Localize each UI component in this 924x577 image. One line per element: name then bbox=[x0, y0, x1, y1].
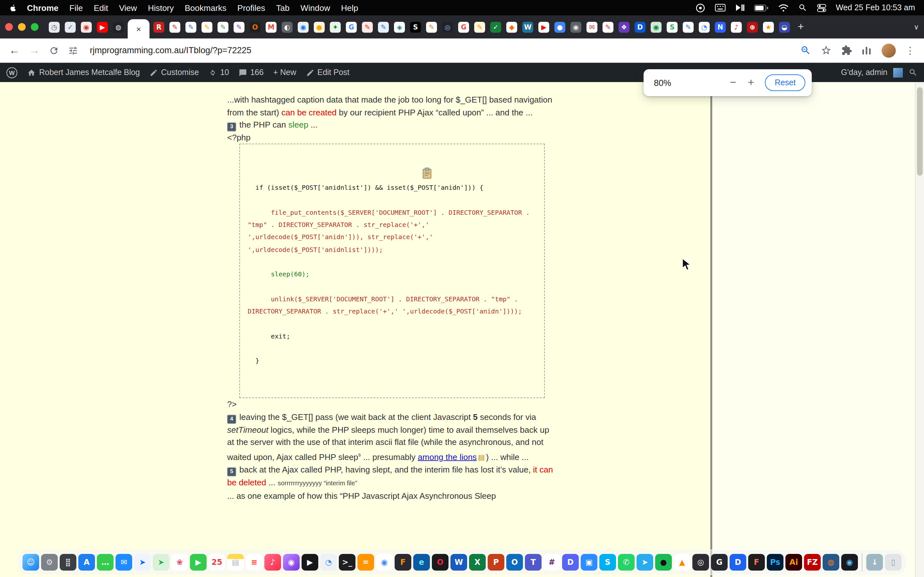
wifi-icon[interactable] bbox=[778, 3, 788, 12]
dock-calculator[interactable]: = bbox=[357, 554, 374, 571]
browser-tab[interactable]: ◒ bbox=[779, 21, 790, 32]
browser-tab[interactable]: ✎ bbox=[186, 21, 196, 32]
admin-bar-updates[interactable]: 10 bbox=[208, 68, 229, 77]
dock-finder[interactable]: ☺ bbox=[23, 554, 39, 571]
dock-tv[interactable]: ▶ bbox=[302, 554, 318, 571]
browser-tab[interactable]: ✎ bbox=[170, 21, 180, 32]
dock-github[interactable]: G bbox=[711, 554, 728, 571]
dock-firefox[interactable]: F bbox=[395, 554, 411, 571]
dock-skype[interactable]: S bbox=[599, 554, 616, 571]
greeting-label[interactable]: G'day, admin bbox=[841, 68, 887, 77]
menu-app-name[interactable]: Chrome bbox=[27, 3, 58, 13]
menu-item[interactable]: Bookmarks bbox=[185, 3, 226, 13]
browser-tab[interactable]: ✎ bbox=[683, 21, 694, 32]
dock-settings[interactable]: ⚙ bbox=[41, 554, 58, 571]
menu-item[interactable]: File bbox=[69, 3, 83, 13]
minimize-window-button[interactable] bbox=[18, 23, 26, 31]
page-scrollbar[interactable] bbox=[915, 82, 924, 577]
admin-bar-site-name[interactable]: Robert James Metcalfe Blog bbox=[27, 68, 140, 77]
dock-filezilla[interactable]: FZ bbox=[804, 554, 821, 571]
dock-preview[interactable]: ◔ bbox=[320, 554, 337, 571]
dock-app-store[interactable]: A bbox=[78, 554, 95, 571]
dock-safari[interactable]: ➤ bbox=[134, 554, 151, 571]
active-tab[interactable]: × bbox=[128, 19, 150, 39]
browser-tab[interactable]: ◐ bbox=[282, 21, 292, 32]
profile-avatar[interactable] bbox=[882, 43, 896, 57]
dock-calendar[interactable]: 25 bbox=[208, 554, 225, 571]
battery-icon[interactable] bbox=[754, 4, 768, 11]
browser-tab[interactable]: ❖ bbox=[619, 21, 630, 32]
dock-reminders[interactable]: ≡ bbox=[246, 554, 262, 571]
close-tab-icon[interactable]: × bbox=[136, 24, 141, 34]
dock-blender[interactable]: ◍ bbox=[822, 554, 839, 571]
browser-tab[interactable]: ◉ bbox=[81, 21, 92, 32]
admin-bar-edit-post[interactable]: Edit Post bbox=[306, 68, 349, 77]
zoom-reset-button[interactable]: Reset bbox=[765, 74, 805, 91]
site-settings-tune-icon[interactable] bbox=[68, 45, 78, 55]
admin-bar-customise[interactable]: Customise bbox=[150, 68, 199, 77]
dock-powerpoint[interactable]: P bbox=[488, 554, 504, 571]
admin-avatar[interactable] bbox=[893, 68, 903, 77]
browser-tab[interactable]: ✦ bbox=[330, 21, 341, 32]
browser-tab[interactable]: ◔ bbox=[699, 21, 710, 32]
reload-button[interactable] bbox=[49, 45, 59, 55]
menu-item[interactable]: Profiles bbox=[237, 3, 265, 13]
browser-tab[interactable]: R bbox=[153, 21, 164, 32]
browser-tab[interactable]: ✎ bbox=[234, 21, 244, 32]
dock-obs[interactable]: ◎ bbox=[692, 554, 709, 571]
bookmark-star-icon[interactable] bbox=[821, 45, 832, 56]
dock-opera[interactable]: O bbox=[432, 554, 449, 571]
extensions-puzzle-icon[interactable] bbox=[841, 45, 852, 56]
dock-messages[interactable]: … bbox=[97, 554, 113, 571]
browser-tab[interactable]: ● bbox=[314, 21, 325, 32]
scrollbar-thumb[interactable] bbox=[917, 87, 923, 176]
chrome-menu-kebab-icon[interactable]: ⋮ bbox=[905, 45, 915, 56]
zoom-in-button[interactable]: + bbox=[742, 76, 760, 89]
dock-launchpad[interactable]: ⣿ bbox=[60, 554, 76, 571]
dock-podcasts[interactable]: ◉ bbox=[283, 554, 300, 571]
browser-tab[interactable]: S bbox=[667, 21, 678, 32]
dock-figma[interactable]: F bbox=[748, 554, 765, 571]
browser-tab[interactable]: ✎ bbox=[426, 21, 437, 32]
dock-whatsapp[interactable]: ✆ bbox=[618, 554, 635, 571]
browser-tab[interactable]: ✎ bbox=[474, 21, 485, 32]
browser-tab[interactable]: ◍ bbox=[113, 21, 124, 32]
spotlight-search-icon[interactable] bbox=[798, 3, 807, 12]
browser-tab[interactable]: ● bbox=[554, 21, 565, 32]
menu-item[interactable]: Help bbox=[341, 3, 359, 13]
tab-search-chevron-icon[interactable]: ∨ bbox=[914, 23, 919, 31]
dock-photos[interactable]: ❀ bbox=[171, 554, 188, 571]
zoom-out-button[interactable]: − bbox=[724, 76, 742, 89]
control-center-icon[interactable] bbox=[817, 3, 826, 13]
browser-tab[interactable]: N bbox=[715, 21, 726, 32]
dock-chrome[interactable]: ◉ bbox=[376, 554, 393, 571]
menu-item[interactable]: Tab bbox=[276, 3, 290, 13]
browser-tab[interactable]: O bbox=[250, 21, 260, 32]
dock-telegram[interactable]: ➤ bbox=[636, 554, 653, 571]
among-the-lions-link[interactable]: among the lions bbox=[418, 452, 477, 462]
apple-menu-icon[interactable] bbox=[9, 3, 17, 12]
browser-tab[interactable]: ◉ bbox=[298, 21, 309, 32]
status-menu-icon[interactable] bbox=[695, 3, 705, 13]
menu-item[interactable]: History bbox=[148, 3, 174, 13]
dock-terminal[interactable]: >_ bbox=[339, 554, 355, 571]
browser-tab[interactable]: ▶ bbox=[538, 21, 549, 32]
admin-bar-new[interactable]: + New bbox=[273, 68, 296, 77]
browser-tab[interactable]: ✎ bbox=[378, 21, 389, 32]
menu-item[interactable]: Window bbox=[300, 3, 330, 13]
dock-maps[interactable]: ➤ bbox=[153, 554, 170, 571]
dock-music[interactable]: ♪ bbox=[264, 554, 281, 571]
browser-tab[interactable]: ▶ bbox=[97, 21, 108, 32]
browser-tab[interactable]: G bbox=[458, 21, 469, 32]
browser-tab[interactable]: ✓ bbox=[490, 21, 501, 32]
dock-steam[interactable]: ◉ bbox=[841, 554, 858, 571]
browser-tab[interactable]: ◎ bbox=[442, 21, 453, 32]
browser-tab[interactable]: ✎ bbox=[362, 21, 373, 32]
browser-tab[interactable]: ✎ bbox=[218, 21, 228, 32]
browser-tab[interactable]: ✉ bbox=[586, 21, 598, 32]
dock-excel[interactable]: X bbox=[469, 554, 486, 571]
dock-teams[interactable]: T bbox=[525, 554, 541, 571]
browser-tab[interactable]: ◆ bbox=[506, 21, 517, 32]
browser-tab[interactable]: ✎ bbox=[202, 21, 212, 32]
dock-mail[interactable]: ✉ bbox=[115, 554, 132, 571]
